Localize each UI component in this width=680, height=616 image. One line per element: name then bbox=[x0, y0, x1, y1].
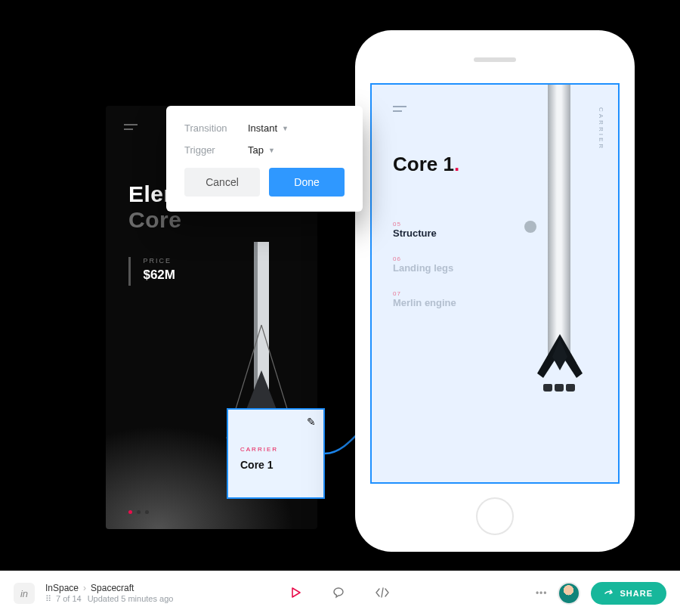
list-item[interactable]: 05 Structure bbox=[393, 221, 456, 239]
done-button[interactable]: Done bbox=[269, 168, 345, 197]
list-item[interactable]: 07 Merlin engine bbox=[393, 290, 456, 308]
home-button bbox=[476, 497, 514, 535]
trigger-value: Tap bbox=[248, 144, 264, 156]
device-preview: CARRIER Core 1. 05 Structure 06 Landing … bbox=[355, 30, 635, 552]
menu-icon bbox=[124, 124, 138, 130]
avatar[interactable] bbox=[558, 582, 580, 605]
screen-counter: 7 of 14 bbox=[56, 594, 82, 605]
vertical-label: CARRIER bbox=[598, 107, 604, 150]
toolbar-center bbox=[290, 587, 390, 601]
chevron-right-icon: › bbox=[83, 583, 86, 594]
updated-text: Updated 5 minutes ago bbox=[88, 594, 174, 605]
share-label: SHARE bbox=[620, 589, 653, 598]
speaker bbox=[474, 57, 516, 62]
code-icon[interactable] bbox=[375, 587, 390, 600]
rocket-core-illustration bbox=[524, 85, 595, 410]
hotspot-title: Core 1 bbox=[240, 459, 311, 471]
menu-icon bbox=[393, 106, 406, 112]
artboard-light[interactable]: CARRIER Core 1. 05 Structure 06 Landing … bbox=[370, 83, 620, 484]
item-label: Structure bbox=[393, 228, 456, 239]
transition-select[interactable]: Instant ▼ bbox=[248, 122, 289, 134]
trigger-select[interactable]: Tap ▼ bbox=[248, 144, 275, 156]
price-block: PRICE $62M bbox=[128, 257, 175, 286]
invision-logo[interactable]: in bbox=[14, 583, 35, 604]
item-number: 05 bbox=[393, 221, 456, 228]
edit-icon[interactable]: ✎ bbox=[307, 416, 316, 428]
transition-popover: Transition Instant ▼ Trigger Tap ▼ Cance… bbox=[166, 106, 363, 212]
svg-rect-0 bbox=[254, 242, 269, 431]
hotspot-category: CARRIER bbox=[240, 446, 311, 453]
item-number: 07 bbox=[393, 290, 456, 297]
item-number: 06 bbox=[393, 255, 456, 262]
item-label: Merlin engine bbox=[393, 297, 456, 308]
share-arrow-icon bbox=[604, 589, 614, 598]
item-label: Landing legs bbox=[393, 262, 456, 274]
svg-rect-1 bbox=[254, 242, 258, 431]
screen-title: Core 1. bbox=[393, 153, 459, 176]
hotspot-card[interactable]: ✎ CARRIER Core 1 bbox=[227, 408, 325, 499]
comment-icon[interactable] bbox=[332, 587, 345, 601]
trigger-label: Trigger bbox=[184, 144, 248, 156]
grid-icon[interactable]: ⠿ bbox=[45, 594, 50, 605]
more-icon[interactable]: ••• bbox=[536, 588, 548, 599]
section-list: 05 Structure 06 Landing legs 07 Merlin e… bbox=[393, 221, 456, 325]
page-name[interactable]: Spacecraft bbox=[91, 583, 134, 594]
list-item[interactable]: 06 Landing legs bbox=[393, 255, 456, 274]
chevron-down-icon: ▼ bbox=[282, 125, 289, 132]
screen-title-text: Core 1 bbox=[393, 153, 454, 175]
pager-dots[interactable] bbox=[128, 510, 149, 514]
chevron-down-icon: ▼ bbox=[268, 147, 275, 154]
play-icon[interactable] bbox=[290, 587, 302, 601]
share-button[interactable]: SHARE bbox=[591, 582, 666, 605]
price-label: PRICE bbox=[143, 257, 175, 265]
breadcrumb: InSpace › Spacecraft ⠿ 7 of 14 Updated 5… bbox=[45, 583, 173, 605]
transition-label: Transition bbox=[184, 122, 248, 134]
bottom-toolbar: in InSpace › Spacecraft ⠿ 7 of 14 Update… bbox=[0, 571, 680, 616]
transition-value: Instant bbox=[248, 122, 277, 134]
project-name[interactable]: InSpace bbox=[45, 583, 79, 594]
cancel-button[interactable]: Cancel bbox=[184, 168, 260, 197]
prototype-canvas[interactable]: Eleme Core PRICE $62M ✎ CARRIER Core 1 bbox=[0, 0, 680, 571]
price-value: $62M bbox=[143, 268, 175, 283]
